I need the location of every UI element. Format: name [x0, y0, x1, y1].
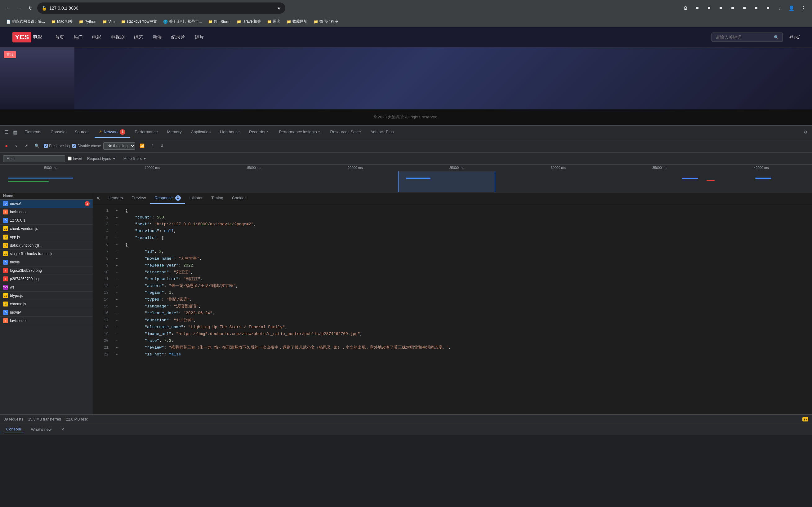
bookmark-item[interactable]: 📁收藏网址 [284, 18, 310, 25]
list-item[interactable]: JSbtype.js [0, 292, 93, 300]
list-item[interactable]: Dmovie/2 [0, 200, 93, 208]
json-collapse-btn[interactable]: - [115, 310, 119, 317]
more-filters-btn[interactable]: More filters ▼ [121, 156, 149, 162]
forward-button[interactable]: → [15, 4, 23, 12]
json-collapse-btn[interactable]: - [115, 248, 119, 256]
tab-lighthouse[interactable]: Lighthouse [215, 127, 244, 137]
tab-performance-insights[interactable]: Performance insights ⬑ [274, 127, 325, 137]
upload-btn[interactable]: ⇧ [149, 142, 156, 149]
extension-icon-1[interactable]: ⚙ [680, 3, 691, 13]
list-item[interactable]: JSchunk-vendors.js [0, 225, 93, 233]
list-item[interactable]: Ip2874262709.jpg [0, 275, 93, 283]
preserve-log-checkbox[interactable] [44, 144, 48, 148]
profile-icon[interactable]: 👤 [786, 3, 797, 13]
bookmark-item[interactable]: 📄响应式网页设计简... [4, 18, 47, 25]
tab-initiator[interactable]: Initiator [185, 193, 207, 203]
tab-resources-saver[interactable]: Resources Saver [326, 127, 366, 137]
json-collapse-btn[interactable]: - [115, 296, 119, 303]
preserve-log-label[interactable]: Preserve log [44, 144, 70, 148]
throttle-select[interactable]: No throttling [103, 142, 135, 150]
json-collapse-btn[interactable]: - [115, 344, 119, 351]
list-item[interactable]: Ilogo.a3beb276.png [0, 267, 93, 275]
site-search-input[interactable] [716, 35, 771, 40]
tab-preview[interactable]: Preview [127, 193, 150, 203]
filter-input[interactable] [3, 155, 65, 162]
json-collapse-btn[interactable]: - [115, 283, 119, 289]
json-collapse-btn[interactable]: - [115, 351, 119, 358]
list-item[interactable]: Dmovie [0, 258, 93, 267]
list-item[interactable]: D127.0.0.1 [0, 216, 93, 225]
address-bar[interactable]: 🔒 127.0.0.1:8080 ★ [37, 2, 285, 14]
tab-performance[interactable]: Performance [130, 127, 162, 137]
clear-button[interactable]: ⚬ [12, 142, 20, 150]
json-collapse-btn[interactable]: - [115, 337, 119, 344]
bookmark-item[interactable]: 📁laravel相关 [234, 18, 263, 25]
site-nav-item[interactable]: 综艺 [134, 35, 143, 40]
download-btn[interactable]: ⇩ [158, 142, 166, 149]
tab-headers[interactable]: Headers [103, 193, 127, 203]
extension-icon-2[interactable]: ■ [692, 3, 702, 13]
bottom-tab-whatsnew[interactable]: What's new [29, 426, 54, 433]
list-item[interactable]: Ifavicon.ico [0, 208, 93, 216]
json-collapse-btn[interactable]: - [115, 214, 119, 221]
list-item[interactable]: WSws [0, 283, 93, 292]
menu-icon[interactable]: ⋮ [798, 3, 808, 13]
download-icon[interactable]: ↓ [775, 3, 785, 13]
json-collapse-btn[interactable]: - [115, 256, 119, 262]
site-nav-item[interactable]: 电影 [92, 35, 101, 40]
devtools-dock-btn[interactable]: ☰ [2, 128, 10, 136]
bookmark-item[interactable]: 📁Vim [100, 18, 117, 25]
bookmark-item[interactable]: 🌐关于正则，那些年... [161, 18, 204, 25]
extension-icon-8[interactable]: ■ [763, 3, 773, 13]
json-collapse-btn[interactable]: - [115, 228, 119, 235]
disable-cache-checkbox[interactable] [72, 144, 76, 148]
list-item[interactable]: Dmovie/ [0, 308, 93, 317]
bookmark-item[interactable]: 📁Mac 相关 [49, 18, 75, 25]
tab-elements[interactable]: Elements [20, 127, 46, 137]
site-nav-item[interactable]: 纪录片 [171, 35, 185, 40]
bookmark-item[interactable]: 📁Python [76, 18, 99, 25]
list-item[interactable]: JSchrome.js [0, 300, 93, 308]
list-item[interactable]: JSsingle-file-hooks-frames.js [0, 250, 93, 258]
site-nav-item[interactable]: 短片 [195, 35, 204, 40]
json-collapse-btn[interactable]: - [115, 241, 119, 248]
list-item[interactable]: JSdata:;(function t(){... [0, 241, 93, 250]
search-btn[interactable]: 🔍 [33, 142, 41, 149]
tab-network[interactable]: ⚠ Network 1 [95, 127, 130, 138]
record-button[interactable]: ● [3, 142, 10, 150]
bookmark-item[interactable]: 📁stackoverflow中文 [118, 18, 159, 25]
bookmark-star-icon[interactable]: ★ [277, 6, 281, 10]
bookmark-item[interactable]: 📁黑客 [264, 18, 283, 25]
list-item[interactable]: JSapp.js [0, 233, 93, 241]
tab-adblock[interactable]: Adblock Plus [366, 127, 398, 137]
site-search[interactable]: 🔍 [712, 33, 783, 42]
extension-icon-3[interactable]: ■ [704, 3, 714, 13]
json-collapse-btn[interactable]: - [115, 269, 119, 276]
bottom-close-btn[interactable]: ✕ [59, 426, 66, 433]
list-item[interactable]: Ifavicon.ico [0, 317, 93, 325]
tab-sources[interactable]: Sources [70, 127, 94, 137]
tab-memory[interactable]: Memory [163, 127, 186, 137]
offline-btn[interactable]: 📶 [138, 142, 146, 149]
site-nav-item[interactable]: 热门 [73, 35, 83, 40]
bottom-tab-console[interactable]: Console [4, 426, 23, 433]
json-collapse-btn[interactable]: - [115, 221, 119, 228]
tab-response[interactable]: Response 3 [150, 193, 185, 204]
devtools-settings-btn[interactable]: ⚙ [802, 129, 810, 136]
invert-checkbox[interactable] [68, 157, 72, 161]
json-collapse-btn[interactable]: - [115, 235, 119, 241]
json-collapse-btn[interactable]: - [115, 331, 119, 337]
json-collapse-btn[interactable]: - [115, 324, 119, 331]
extension-icon-6[interactable]: ■ [740, 3, 749, 13]
extension-icon-5[interactable]: ■ [728, 3, 738, 13]
tab-recorder[interactable]: Recorder ⬑ [245, 127, 274, 137]
json-collapse-btn[interactable]: - [115, 289, 119, 296]
json-collapse-btn[interactable]: - [115, 207, 119, 214]
panel-close-button[interactable]: ✕ [96, 195, 100, 201]
bookmark-item[interactable]: 📁PhpStorm [206, 18, 233, 25]
json-collapse-btn[interactable]: - [115, 317, 119, 324]
json-collapse-btn[interactable]: - [115, 303, 119, 310]
tab-timing[interactable]: Timing [207, 193, 227, 203]
bookmark-item[interactable]: 📁微信小程序 [311, 18, 341, 25]
disable-cache-label[interactable]: Disable cache [72, 144, 101, 148]
